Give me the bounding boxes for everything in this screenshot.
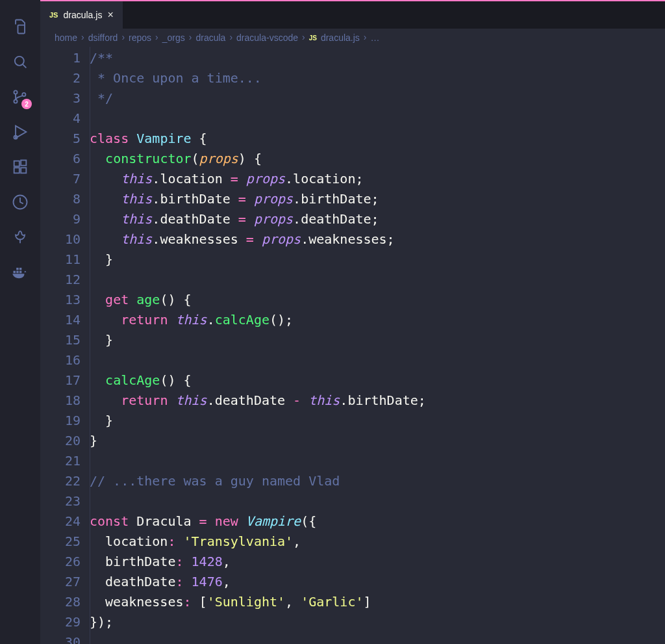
svg-point-0: [15, 57, 24, 66]
code-line[interactable]: [90, 451, 665, 471]
svg-rect-6: [14, 168, 19, 173]
code-line[interactable]: }: [90, 330, 665, 350]
code-line[interactable]: weaknesses: ['Sunlight', 'Garlic']: [90, 592, 665, 612]
search-icon[interactable]: [0, 44, 40, 79]
line-number: 14: [40, 310, 81, 330]
breadcrumb[interactable]: home›dsifford›repos›_orgs›dracula›dracul…: [40, 29, 665, 47]
line-number: 8: [40, 189, 81, 209]
line-number: 21: [40, 451, 81, 471]
js-file-icon: JS: [309, 34, 317, 42]
line-number: 26: [40, 552, 81, 572]
code-line[interactable]: });: [90, 612, 665, 632]
close-icon[interactable]: ×: [107, 9, 113, 21]
extensions-icon[interactable]: [0, 149, 40, 185]
code-line[interactable]: get age() {: [90, 290, 665, 310]
svg-rect-7: [21, 168, 26, 173]
line-number: 24: [40, 511, 81, 532]
indent-guide: [90, 47, 90, 644]
line-number: 18: [40, 391, 81, 411]
chevron-right-icon: ›: [229, 32, 232, 42]
code-line[interactable]: constructor(props) {: [90, 149, 665, 169]
code-line[interactable]: this.birthDate = props.birthDate;: [90, 189, 665, 209]
code-line[interactable]: calcAge() {: [90, 370, 665, 391]
tree-icon[interactable]: [0, 220, 40, 255]
code-line[interactable]: [90, 270, 665, 290]
line-number: 30: [40, 632, 81, 644]
line-number: 13: [40, 290, 81, 310]
activity-bar: 2: [0, 0, 40, 644]
line-number: 5: [40, 129, 81, 149]
breadcrumb-file[interactable]: dracula.js: [321, 32, 360, 43]
explorer-icon[interactable]: [0, 9, 40, 44]
line-number: 20: [40, 431, 81, 451]
line-number: 17: [40, 370, 81, 391]
svg-rect-8: [21, 161, 26, 166]
line-number: 19: [40, 411, 81, 431]
git-graph-icon[interactable]: [0, 185, 40, 220]
code-line[interactable]: class Vampire {: [90, 129, 665, 149]
code-line[interactable]: const Dracula = new Vampire({: [90, 511, 665, 532]
tab-filename: dracula.js: [63, 10, 102, 20]
breadcrumb-more[interactable]: …: [370, 32, 379, 43]
line-number: 2: [40, 68, 81, 88]
chevron-right-icon: ›: [189, 32, 192, 42]
code-line[interactable]: this.weaknesses = props.weaknesses;: [90, 229, 665, 250]
line-number: 12: [40, 270, 81, 290]
docker-icon[interactable]: [0, 255, 40, 290]
run-debug-icon[interactable]: [0, 114, 40, 149]
code-lines[interactable]: /** * Once upon a time... */ class Vampi…: [90, 47, 665, 644]
code-line[interactable]: birthDate: 1428,: [90, 552, 665, 572]
svg-rect-5: [14, 161, 19, 166]
line-number: 28: [40, 592, 81, 612]
code-editor[interactable]: 1234567891011121314151617181920212223242…: [40, 47, 665, 644]
line-number: 16: [40, 350, 81, 370]
chevron-right-icon: ›: [364, 32, 367, 42]
breadcrumb-item[interactable]: home: [55, 32, 77, 43]
code-line[interactable]: [90, 109, 665, 129]
code-line[interactable]: this.deathDate = props.deathDate;: [90, 209, 665, 229]
line-number: 15: [40, 330, 81, 350]
line-number-gutter: 1234567891011121314151617181920212223242…: [40, 47, 90, 644]
line-number: 29: [40, 612, 81, 632]
chevron-right-icon: ›: [121, 32, 125, 42]
svg-point-3: [22, 93, 25, 96]
breadcrumb-item[interactable]: _orgs: [162, 32, 185, 43]
line-number: 1: [40, 48, 81, 68]
code-line[interactable]: location: 'Transylvania',: [90, 532, 665, 552]
breadcrumb-item[interactable]: dsifford: [88, 32, 118, 43]
code-line[interactable]: }: [90, 431, 665, 451]
tab-dracula-js[interactable]: JS dracula.js ×: [40, 1, 123, 29]
code-line[interactable]: deathDate: 1476,: [90, 572, 665, 592]
line-number: 4: [40, 109, 81, 129]
breadcrumb-item[interactable]: repos: [129, 32, 151, 43]
line-number: 7: [40, 169, 81, 189]
chevron-right-icon: ›: [302, 32, 305, 42]
line-number: 25: [40, 532, 81, 552]
code-line[interactable]: /**: [90, 48, 665, 68]
code-line[interactable]: this.location = props.location;: [90, 169, 665, 189]
code-line[interactable]: }: [90, 411, 665, 431]
breadcrumb-item[interactable]: dracula: [195, 32, 225, 43]
code-line[interactable]: [90, 632, 665, 644]
editor-column: JS dracula.js × home›dsifford›repos›_org…: [40, 0, 665, 644]
code-line[interactable]: [90, 491, 665, 511]
code-line[interactable]: }: [90, 250, 665, 270]
code-line[interactable]: // ...there was a guy named Vlad: [90, 471, 665, 491]
code-line[interactable]: return this.deathDate - this.birthDate;: [90, 391, 665, 411]
line-number: 27: [40, 572, 81, 592]
code-line[interactable]: [90, 350, 665, 370]
code-line[interactable]: * Once upon a time...: [90, 68, 665, 88]
breadcrumb-item[interactable]: dracula-vscode: [236, 32, 298, 43]
line-number: 10: [40, 229, 81, 250]
line-number: 9: [40, 209, 81, 229]
code-line[interactable]: */: [90, 88, 665, 109]
line-number: 3: [40, 88, 81, 109]
chevron-right-icon: ›: [81, 32, 84, 42]
line-number: 23: [40, 491, 81, 511]
source-control-icon[interactable]: 2: [0, 79, 40, 114]
line-number: 22: [40, 471, 81, 491]
svg-point-2: [14, 99, 17, 103]
scm-badge: 2: [21, 99, 32, 109]
code-line[interactable]: return this.calcAge();: [90, 310, 665, 330]
chevron-right-icon: ›: [155, 32, 158, 42]
